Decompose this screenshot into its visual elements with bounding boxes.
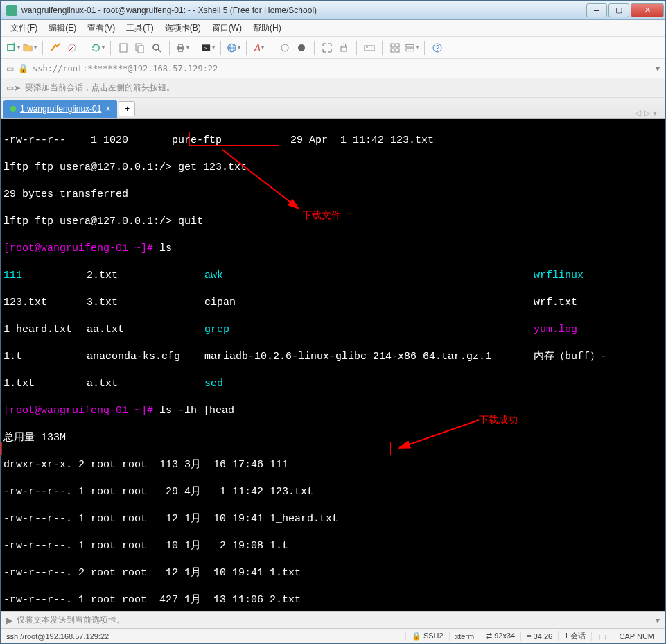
add-tab-button[interactable]: +: [119, 101, 135, 116]
toolbar-sep: [314, 41, 315, 55]
svg-point-19: [298, 44, 305, 51]
term-line: 1_heard.txtaa.txtgrepyum.log: [3, 323, 663, 337]
status-updown-icon: ↑ ↓: [591, 632, 613, 641]
status-ssh: 🔒 SSH2: [405, 632, 449, 641]
statusbar: ssh://root@192.168.57.129:22 🔒 SSH2 xter…: [1, 628, 665, 643]
annotation-box-2: [1, 442, 391, 455]
toggle2-icon[interactable]: [295, 41, 308, 55]
svg-text:?: ?: [436, 44, 440, 52]
new-session-icon[interactable]: ▾: [6, 41, 20, 55]
annotation-box-1: [189, 132, 279, 146]
toolbar: ▾ ▾ ▾ ▾ >_▾ ▾ A▾ ▾ ?: [1, 37, 665, 59]
status-connection: ssh://root@192.168.57.129:22: [6, 632, 405, 641]
menu-view[interactable]: 查看(V): [83, 21, 119, 35]
app-icon: [6, 5, 17, 16]
tab-next-icon[interactable]: ▷: [644, 108, 650, 118]
svg-rect-0: [8, 44, 14, 50]
term-line: 29 bytes transferred: [3, 188, 663, 202]
bookmark-icon[interactable]: ▭: [6, 64, 14, 73]
properties-icon[interactable]: [116, 41, 130, 55]
fullscreen-icon[interactable]: [320, 41, 334, 55]
minimize-button[interactable]: ─: [586, 3, 607, 17]
toolbar-sep: [220, 41, 221, 55]
status-term: xterm: [449, 632, 480, 641]
session-tab[interactable]: 1 wangruifenglinux-01 ×: [3, 100, 117, 118]
annotation-text-1: 下载文件: [302, 209, 341, 223]
svg-point-18: [281, 44, 288, 51]
svg-rect-20: [341, 47, 347, 51]
maximize-button[interactable]: ▢: [608, 3, 629, 17]
inputbar-hint: 仅将文本发送到当前选项卡。: [17, 614, 125, 626]
svg-rect-30: [406, 48, 414, 51]
globe-icon[interactable]: ▾: [227, 41, 240, 55]
tile-icon[interactable]: [388, 41, 402, 55]
menu-file[interactable]: 文件(F): [6, 21, 42, 35]
hint-arrow-icon[interactable]: ▭➤: [6, 83, 21, 93]
input-indicator-icon[interactable]: ▶: [6, 616, 12, 625]
toggle1-icon[interactable]: [278, 41, 292, 55]
inputbar-dropdown-icon[interactable]: ▾: [656, 616, 660, 625]
tab-prev-icon[interactable]: ◁: [635, 108, 641, 118]
address-dropdown-icon[interactable]: ▾: [656, 64, 660, 73]
term-line: lftp ftp_usera@127.0.0.1:/> get 123.txt: [3, 161, 663, 175]
term-line: drwxr-xr-x. 2 root root 113 3月 16 17:46 …: [3, 458, 663, 472]
addressbar: ▭ 🔒 ssh://root:********@192.168.57.129:2…: [1, 59, 665, 78]
status-pos: ≡ 34,26: [520, 632, 558, 641]
disconnect-icon[interactable]: [65, 41, 79, 55]
svg-rect-26: [396, 44, 399, 47]
lock-small-icon: 🔒: [18, 64, 28, 73]
toolbar-sep: [110, 41, 111, 55]
svg-rect-7: [138, 46, 143, 53]
toolbar-sep: [195, 41, 195, 55]
menu-help[interactable]: 帮助(H): [249, 21, 286, 35]
tabbar-nav: ◁ ▷ ▾: [635, 108, 663, 118]
toolbar-sep: [169, 41, 170, 55]
split-icon[interactable]: ▾: [405, 41, 419, 55]
term-line: -rw-r--r--. 1 root root 12 1月 10 19:41 1…: [3, 512, 663, 526]
connect-icon[interactable]: [49, 41, 62, 55]
status-size: ⇄ 92x34: [480, 632, 520, 641]
font-icon[interactable]: A▾: [252, 41, 266, 55]
status-session: 1 会话: [558, 631, 591, 641]
toolbar-sep: [382, 41, 383, 55]
svg-line-9: [158, 49, 161, 52]
term-line: 1.txta.txtsed: [3, 377, 663, 391]
status-caps: CAP NUM: [613, 632, 660, 641]
lock-icon[interactable]: [337, 41, 351, 55]
menu-window[interactable]: 窗口(W): [208, 21, 246, 35]
print-icon[interactable]: ▾: [175, 41, 189, 55]
tab-list-icon[interactable]: ▾: [653, 108, 657, 118]
reconnect-icon[interactable]: ▾: [91, 41, 105, 55]
connected-dot-icon: [10, 106, 16, 112]
terminal[interactable]: -rw-r--r-- 1 1020 pure-ftp 29 Apr 1 11:4…: [1, 119, 665, 611]
svg-point-8: [153, 44, 159, 50]
svg-line-4: [69, 45, 75, 51]
menu-tab[interactable]: 选项卡(B): [161, 21, 205, 35]
menu-tools[interactable]: 工具(T): [122, 21, 157, 35]
open-folder-icon[interactable]: ▾: [23, 41, 37, 55]
hint-text: 要添加当前会话，点击左侧的箭头按钮。: [25, 82, 175, 94]
search-icon[interactable]: [150, 41, 164, 55]
keyboard-icon[interactable]: [362, 41, 376, 55]
window-controls: ─ ▢ ✕: [586, 3, 664, 17]
address-text[interactable]: ssh://root:********@192.168.57.129:22: [33, 64, 651, 73]
tab-label: 1 wangruifenglinux-01: [20, 104, 101, 114]
close-button[interactable]: ✕: [631, 3, 664, 17]
copy-icon[interactable]: [133, 41, 147, 55]
toolbar-sep: [85, 41, 85, 55]
term-line: 1.tanaconda-ks.cfgmariadb-10.2.6-linux-g…: [3, 350, 663, 364]
titlebar[interactable]: wangruifenglinux-01 - root@wangruifeng-0…: [1, 1, 665, 20]
tab-close-icon[interactable]: ×: [105, 104, 110, 114]
term-line: [root@wangruifeng-01 ~]# ls: [3, 242, 663, 256]
menu-edit[interactable]: 编辑(E): [44, 21, 80, 35]
help-icon[interactable]: ?: [430, 41, 444, 55]
svg-rect-29: [406, 44, 414, 47]
term-line: 123.txt3.txtcipanwrf.txt: [3, 296, 663, 310]
term-line: -rw-r--r--. 1 root root 10 1月 2 19:08 1.…: [3, 539, 663, 553]
toolbar-sep: [272, 41, 272, 55]
terminal-icon[interactable]: >_▾: [201, 41, 215, 55]
toolbar-sep: [424, 41, 425, 55]
svg-rect-21: [365, 46, 374, 51]
toolbar-sep: [356, 41, 357, 55]
svg-rect-12: [179, 49, 183, 51]
